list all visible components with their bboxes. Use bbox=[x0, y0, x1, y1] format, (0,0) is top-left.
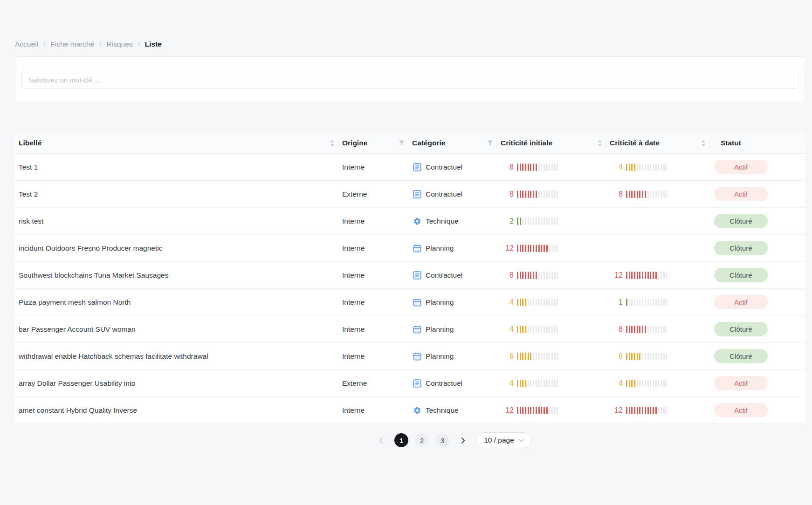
criticality-current-cell: 6 bbox=[606, 343, 709, 370]
risk-label-cell: Pizza payment mesh salmon North bbox=[15, 289, 338, 316]
table-row[interactable]: Test 1 Interne Contractuel 8 4 Actif bbox=[15, 154, 805, 181]
status-cell: Clôturé bbox=[709, 208, 805, 235]
column-label: Statut bbox=[721, 139, 741, 147]
criticality-value: 1 bbox=[610, 298, 623, 307]
filter-icon[interactable] bbox=[487, 140, 493, 146]
table-row[interactable]: Pizza payment mesh salmon North Interne … bbox=[15, 289, 805, 316]
sort-icon[interactable] bbox=[598, 140, 602, 147]
criticality-current-cell: 12 bbox=[606, 262, 709, 289]
category-cell: Contractuel bbox=[408, 370, 497, 397]
criticality-meter bbox=[626, 299, 667, 306]
risk-label-cell: incidunt Outdoors Fresno Producer magnet… bbox=[15, 235, 338, 262]
status-badge: Clôturé bbox=[714, 268, 768, 282]
criticality-value: 6 bbox=[501, 352, 514, 361]
sort-icon[interactable] bbox=[330, 140, 335, 147]
category-cell: Contractuel bbox=[408, 181, 497, 208]
status-badge: Clôturé bbox=[714, 322, 768, 336]
breadcrumb: Accueil/Fiche marché/Risques/Liste bbox=[15, 40, 162, 48]
page-button-3[interactable]: 3 bbox=[435, 433, 449, 447]
column-header-origine[interactable]: Origine bbox=[338, 133, 408, 154]
criticality-current-cell: 1 bbox=[606, 289, 709, 316]
criticality-meter bbox=[517, 218, 558, 225]
page-size-label: 10 / page bbox=[484, 436, 514, 444]
origin-cell: Interne bbox=[338, 262, 408, 289]
breadcrumb-separator: / bbox=[43, 40, 45, 48]
risk-label-cell: Test 2 bbox=[15, 181, 338, 208]
origin-cell: Interne bbox=[338, 235, 408, 262]
criticality-meter bbox=[517, 326, 558, 333]
table-row[interactable]: amet constant Hybrid Quality Inverse Int… bbox=[15, 397, 805, 424]
risk-label-cell: Test 1 bbox=[15, 154, 338, 181]
column-label: Criticité initiale bbox=[501, 139, 552, 147]
category-cell: Planning bbox=[408, 316, 497, 343]
document-icon bbox=[413, 163, 421, 171]
column-label: Libellé bbox=[19, 139, 41, 147]
status-badge: Clôturé bbox=[714, 214, 768, 228]
calendar-icon bbox=[413, 244, 421, 252]
criticality-value: 8 bbox=[501, 271, 514, 280]
origin-cell: Interne bbox=[338, 289, 408, 316]
table-row[interactable]: incidunt Outdoors Fresno Producer magnet… bbox=[15, 235, 805, 262]
criticality-current-cell: 8 bbox=[606, 181, 709, 208]
criticality-value: 12 bbox=[501, 244, 514, 252]
column-label: Catégorie bbox=[412, 139, 446, 147]
table-row[interactable]: bar Passenger Account SUV woman Interne … bbox=[15, 316, 805, 343]
criticality-meter bbox=[626, 407, 667, 414]
criticality-initial-cell: 12 bbox=[497, 397, 606, 424]
breadcrumb-item-accueil[interactable]: Accueil bbox=[15, 40, 38, 48]
breadcrumb-item-fiche-marché[interactable]: Fiche marché bbox=[50, 40, 94, 48]
risk-label-cell: withdrawal enable Hatchback schemas faci… bbox=[15, 343, 338, 370]
criticality-meter bbox=[517, 245, 558, 252]
status-badge: Actif bbox=[714, 295, 768, 309]
gear-icon bbox=[413, 406, 421, 415]
criticality-initial-cell: 12 bbox=[497, 235, 606, 262]
page-button-1[interactable]: 1 bbox=[394, 433, 408, 447]
chevron-down-icon bbox=[519, 439, 524, 442]
page-size-select[interactable]: 10 / page bbox=[476, 432, 531, 448]
origin-cell: Interne bbox=[338, 316, 408, 343]
breadcrumb-separator: / bbox=[138, 40, 140, 48]
criticality-value: 4 bbox=[610, 163, 623, 171]
breadcrumb-item-risques[interactable]: Risques bbox=[107, 40, 133, 48]
status-cell: Actif bbox=[709, 289, 805, 316]
next-page-button[interactable] bbox=[456, 433, 470, 447]
table-header-row: Libellé Origine Catégorie Criticité init… bbox=[15, 133, 805, 154]
sort-icon[interactable] bbox=[701, 140, 706, 147]
status-badge: Clôturé bbox=[714, 349, 768, 363]
criticality-meter bbox=[517, 164, 558, 171]
criticality-value: 12 bbox=[501, 406, 514, 415]
gear-icon bbox=[413, 217, 421, 225]
search-input[interactable] bbox=[21, 71, 799, 89]
status-badge: Actif bbox=[714, 376, 768, 390]
status-cell: Clôturé bbox=[709, 343, 805, 370]
column-header-criticite-a-date[interactable]: Criticité à date bbox=[606, 133, 709, 154]
criticality-value: 8 bbox=[501, 163, 514, 171]
column-header-categorie[interactable]: Catégorie bbox=[408, 133, 497, 154]
table-row[interactable]: Southwest blockchains Tuna Market Sausag… bbox=[15, 262, 805, 289]
status-cell: Clôturé bbox=[709, 235, 805, 262]
status-badge: Actif bbox=[714, 160, 768, 174]
pagination: 123 10 / page bbox=[47, 432, 812, 448]
column-header-statut: Statut bbox=[709, 133, 805, 154]
category-cell: Contractuel bbox=[408, 154, 497, 181]
origin-cell: Interne bbox=[338, 397, 408, 424]
chevron-left-icon bbox=[378, 437, 384, 444]
risk-label-cell: bar Passenger Account SUV woman bbox=[15, 316, 338, 343]
table-row[interactable]: withdrawal enable Hatchback schemas faci… bbox=[15, 343, 805, 370]
page-button-2[interactable]: 2 bbox=[415, 433, 429, 447]
table-row[interactable]: array Dollar Passenger Usability into Ex… bbox=[15, 370, 805, 397]
table-row[interactable]: Test 2 Externe Contractuel 8 8 Actif bbox=[15, 181, 805, 208]
filter-icon[interactable] bbox=[399, 140, 405, 146]
criticality-meter bbox=[517, 272, 558, 279]
document-icon bbox=[413, 379, 421, 388]
column-label: Criticité à date bbox=[610, 139, 660, 147]
breadcrumb-separator: / bbox=[99, 40, 101, 48]
criticality-meter bbox=[626, 191, 667, 198]
calendar-icon bbox=[413, 298, 421, 307]
column-header-libelle[interactable]: Libellé bbox=[15, 133, 338, 154]
risk-label-cell: amet constant Hybrid Quality Inverse bbox=[15, 397, 338, 424]
table-row[interactable]: risk test Interne Technique 2 Clôturé bbox=[15, 208, 805, 235]
criticality-current-cell bbox=[606, 235, 709, 262]
column-header-criticite-initiale[interactable]: Criticité initiale bbox=[497, 133, 606, 154]
criticality-current-cell bbox=[606, 208, 709, 235]
